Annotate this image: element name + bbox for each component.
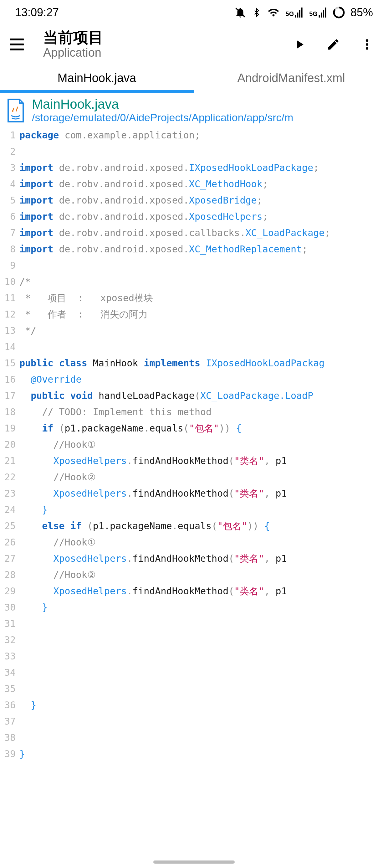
- svg-rect-8: [325, 7, 326, 18]
- signal-5g-1: 5G: [286, 7, 304, 18]
- battery-percent: 85%: [351, 6, 373, 19]
- status-time: 13:09:27: [15, 6, 59, 19]
- mute-icon: [234, 7, 246, 19]
- pencil-icon: [326, 38, 340, 51]
- svg-rect-3: [299, 10, 300, 18]
- line-gutter: 1234567891011121314151617181920212223242…: [0, 127, 20, 762]
- app-title: 当前项目: [43, 29, 291, 46]
- bluetooth-icon: [252, 7, 261, 19]
- file-path: /storage/emulated/0/AideProjects/Applica…: [32, 112, 382, 124]
- svg-rect-5: [319, 15, 320, 18]
- file-header: MainHook.java /storage/emulated/0/AidePr…: [0, 93, 388, 127]
- more-vert-icon: [360, 38, 374, 51]
- app-bar: 当前项目 Application: [0, 25, 388, 64]
- svg-point-13: [366, 47, 368, 50]
- tabs: MainHook.java AndroidManifest.xml: [0, 64, 388, 93]
- battery-ring-icon: [333, 7, 345, 19]
- wifi-icon: [267, 7, 280, 19]
- tab-manifest[interactable]: AndroidManifest.xml: [194, 64, 388, 92]
- home-indicator[interactable]: [153, 861, 235, 864]
- svg-rect-1: [295, 15, 296, 18]
- java-file-icon: [6, 98, 26, 123]
- svg-point-11: [366, 39, 368, 42]
- status-bar: 13:09:27 5G 5G 85%: [0, 0, 388, 25]
- app-title-group: 当前项目 Application: [43, 29, 291, 60]
- more-button[interactable]: [359, 36, 376, 53]
- tab-label: AndroidManifest.xml: [237, 71, 345, 85]
- svg-rect-4: [301, 7, 302, 18]
- svg-rect-2: [297, 12, 298, 18]
- play-icon: [293, 38, 306, 51]
- file-name: MainHook.java: [32, 97, 382, 112]
- run-button[interactable]: [291, 36, 308, 53]
- signal-5g-2: 5G: [309, 7, 327, 18]
- tab-label: MainHook.java: [58, 71, 136, 85]
- code-content[interactable]: package com.example.application; import …: [20, 127, 388, 762]
- svg-rect-6: [321, 12, 322, 18]
- status-right: 5G 5G 85%: [234, 6, 373, 19]
- svg-rect-7: [323, 10, 324, 18]
- edit-button[interactable]: [325, 36, 342, 53]
- app-subtitle: Application: [43, 46, 291, 60]
- code-editor[interactable]: 1234567891011121314151617181920212223242…: [0, 127, 388, 762]
- svg-point-12: [366, 43, 368, 46]
- tab-mainhook[interactable]: MainHook.java: [0, 64, 194, 92]
- menu-button[interactable]: [10, 35, 29, 54]
